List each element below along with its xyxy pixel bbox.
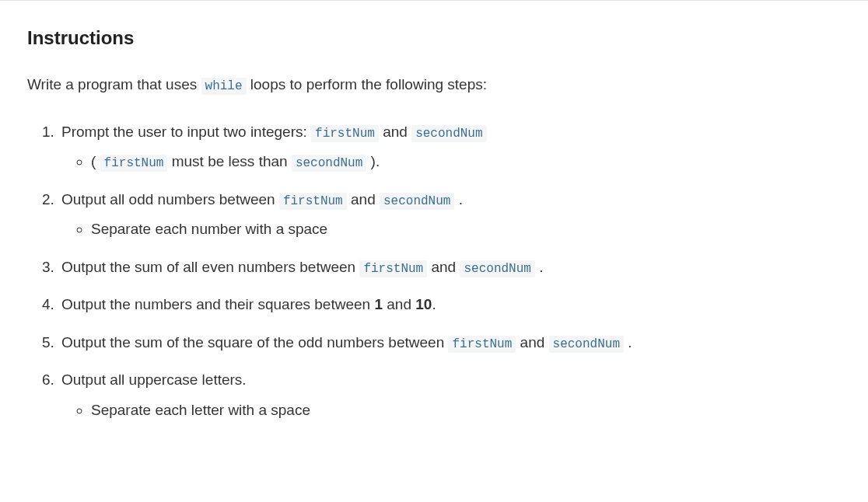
step-4-bold-10: 10 <box>415 296 432 312</box>
step-2: Output all odd numbers between firstNum … <box>58 189 841 241</box>
intro-code-while: while <box>201 78 247 95</box>
step-2-code-firstnum: firstNum <box>279 193 347 210</box>
intro-text-prefix: Write a program that uses <box>27 76 201 92</box>
step-1-sub-code-secondnum: secondNum <box>292 155 366 172</box>
step-2-text-and: and <box>347 191 380 207</box>
step-5-text-and: and <box>516 334 548 350</box>
step-5-text-period: . <box>624 334 632 350</box>
step-6-sub-item: Separate each letter with a space <box>91 399 841 422</box>
step-3-text-period: . <box>535 259 544 275</box>
step-2-sublist: Separate each number with a space <box>61 218 841 241</box>
step-1-sub-code-firstnum: firstNum <box>100 155 168 172</box>
step-2-sub-item: Separate each number with a space <box>91 218 841 241</box>
step-5-code-secondnum: secondNum <box>549 336 624 353</box>
step-2-text: Output all odd numbers between <box>61 191 279 207</box>
step-3-text: Output the sum of all even numbers betwe… <box>61 259 359 275</box>
page-title: Instructions <box>27 24 841 52</box>
step-1-sub-mid: must be less than <box>167 153 291 169</box>
step-1-sub-open: ( <box>91 153 100 169</box>
intro-text-suffix: loops to perform the following steps: <box>247 76 487 92</box>
step-3: Output the sum of all even numbers betwe… <box>58 256 841 279</box>
step-4-text-a: Output the numbers and their squares bet… <box>61 296 374 312</box>
instructions-list: Prompt the user to input two integers: f… <box>27 121 841 422</box>
step-4-bold-1: 1 <box>374 296 383 312</box>
step-3-text-and: and <box>427 259 460 275</box>
step-1: Prompt the user to input two integers: f… <box>58 121 841 173</box>
step-1-code-secondnum: secondNum <box>411 125 486 142</box>
step-6: Output all uppercase letters. Separate e… <box>58 369 841 421</box>
step-1-code-firstnum: firstNum <box>311 125 379 142</box>
step-1-sublist: ( firstNum must be less than secondNum )… <box>61 151 841 173</box>
step-2-code-secondnum: secondNum <box>380 193 454 210</box>
step-4-text-period: . <box>432 296 436 312</box>
step-6-text: Output all uppercase letters. <box>61 371 247 388</box>
step-2-text-period: . <box>454 191 463 207</box>
step-6-sublist: Separate each letter with a space <box>61 399 841 422</box>
step-3-code-secondnum: secondNum <box>460 260 534 277</box>
step-1-sub-item: ( firstNum must be less than secondNum )… <box>91 151 841 173</box>
step-4: Output the numbers and their squares bet… <box>58 294 841 316</box>
step-1-sub-close: ). <box>366 153 380 169</box>
step-1-text-and: and <box>379 124 411 140</box>
step-1-text: Prompt the user to input two integers: <box>61 124 311 140</box>
step-5-text: Output the sum of the square of the odd … <box>61 334 448 350</box>
step-4-text-and: and <box>383 296 415 312</box>
step-3-code-firstnum: firstNum <box>359 260 427 277</box>
intro-paragraph: Write a program that uses while loops to… <box>27 74 841 96</box>
step-5-code-firstnum: firstNum <box>448 336 516 353</box>
step-5: Output the sum of the square of the odd … <box>58 332 841 354</box>
